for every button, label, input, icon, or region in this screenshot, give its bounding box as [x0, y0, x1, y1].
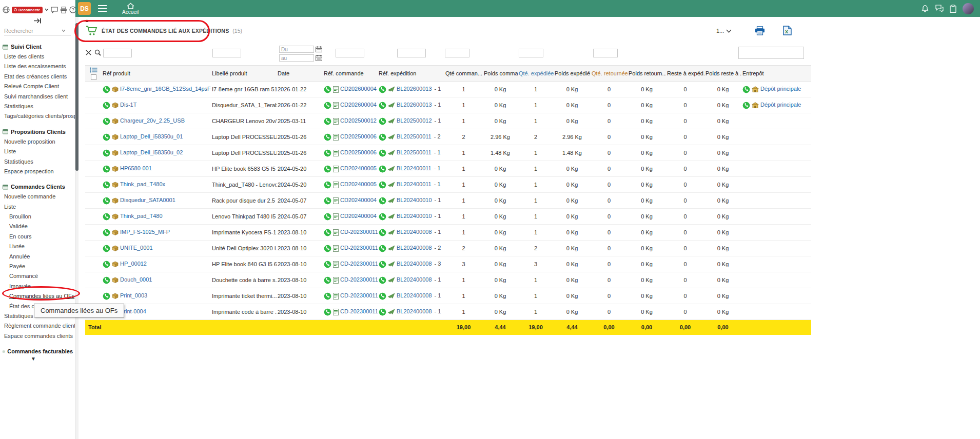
excel-export-button[interactable]: X	[783, 26, 792, 35]
bell-icon[interactable]	[921, 5, 929, 13]
whatsapp-icon[interactable]	[379, 292, 386, 300]
column-header[interactable]: Poids retourn...	[628, 66, 666, 82]
whatsapp-icon[interactable]	[324, 197, 331, 205]
shipment-ref-link[interactable]: BL202400011	[397, 181, 432, 187]
product-ref-link[interactable]: HP_00012	[120, 261, 147, 267]
sidebar-item[interactable]: Nouvelle commande	[0, 192, 75, 202]
sidebar-item[interactable]: Statistiques	[0, 157, 75, 167]
whatsapp-icon[interactable]	[324, 133, 331, 141]
order-ref-link[interactable]: CD-202300011	[340, 292, 378, 298]
whatsapp-icon[interactable]	[379, 117, 386, 125]
shipment-ref-link[interactable]: BL202400008	[397, 276, 432, 283]
whatsapp-icon[interactable]	[103, 276, 110, 284]
whatsapp-icon[interactable]	[324, 86, 331, 93]
column-header[interactable]: Qté comman...	[444, 66, 483, 82]
filter-qte-commandee[interactable]	[445, 49, 469, 57]
order-ref-link[interactable]: CD-202300011	[340, 261, 378, 267]
warehouse-link[interactable]: Dépôt principale	[760, 102, 801, 108]
sidebar-item[interactable]: Validée	[0, 222, 75, 231]
select-all-checkbox[interactable]	[91, 74, 96, 80]
whatsapp-icon[interactable]	[103, 149, 110, 157]
sidebar-item[interactable]: Espace commandes clients	[0, 331, 75, 341]
product-ref-link[interactable]: Print_0003	[120, 292, 147, 298]
clipboard-icon[interactable]	[950, 5, 956, 13]
sidebar-section-header[interactable]: Commandes Clients	[0, 182, 75, 192]
whatsapp-icon[interactable]	[379, 308, 386, 316]
apply-filters-icon[interactable]	[94, 49, 101, 56]
order-ref-link[interactable]: CD-202300011	[340, 308, 378, 314]
whatsapp-icon[interactable]	[379, 213, 386, 221]
whatsapp-icon[interactable]	[103, 117, 110, 125]
sidebar-item[interactable]: Statistiques	[0, 102, 75, 111]
page-selector[interactable]: 1...	[716, 28, 732, 34]
order-ref-link[interactable]: CD202600004	[340, 86, 377, 92]
whatsapp-icon[interactable]	[324, 229, 331, 236]
column-header[interactable]: Réf. expédition	[378, 66, 444, 82]
whatsapp-icon[interactable]	[103, 292, 110, 300]
shipment-ref-link[interactable]: BL202400008	[397, 229, 432, 235]
whatsapp-icon[interactable]	[324, 261, 331, 268]
filter-entrepot[interactable]	[738, 47, 804, 59]
sidebar-item[interactable]: Liste des encaissements	[0, 62, 75, 71]
whatsapp-icon[interactable]	[324, 165, 331, 173]
chat-icon[interactable]	[51, 7, 58, 13]
order-ref-link[interactable]: CD202400005	[340, 181, 377, 187]
column-header[interactable]: Poids comma...	[483, 66, 518, 82]
column-header[interactable]: Poids reste à ...	[704, 66, 741, 82]
whatsapp-icon[interactable]	[324, 149, 331, 157]
product-ref-link[interactable]: UNITE_0001	[120, 245, 153, 251]
whatsapp-icon[interactable]	[103, 133, 110, 141]
sidebar-item[interactable]: Liste des clients	[0, 52, 75, 62]
sidebar-item[interactable]: En cours	[0, 232, 75, 242]
order-ref-link[interactable]: CD202600004	[340, 102, 377, 108]
user-avatar[interactable]	[963, 3, 974, 14]
sidebar-item[interactable]: Espace prospection	[0, 167, 75, 176]
whatsapp-icon[interactable]	[324, 117, 331, 125]
messages-icon[interactable]	[935, 5, 944, 12]
product-ref-link[interactable]: Think_pad_T480	[120, 213, 163, 219]
filter-qte-retournee[interactable]	[593, 49, 618, 57]
whatsapp-icon[interactable]	[103, 165, 110, 173]
whatsapp-icon[interactable]	[379, 261, 386, 268]
order-ref-link[interactable]: CD-202300011	[340, 245, 378, 251]
logout-icon[interactable]	[34, 18, 42, 24]
whatsapp-icon[interactable]	[103, 245, 110, 252]
product-ref-link[interactable]: Laptop_Dell_i58350u_01	[120, 133, 183, 139]
whatsapp-icon[interactable]	[742, 102, 750, 109]
calendar-icon[interactable]	[316, 55, 322, 61]
shipment-ref-link[interactable]: BL202600013	[397, 102, 432, 108]
scrollbar-thumb[interactable]	[75, 23, 79, 171]
product-ref-link[interactable]: Disquedur_SATA0001	[120, 197, 175, 203]
sidebar-item[interactable]: Liste	[0, 147, 75, 156]
sidebar-section-header[interactable]: Commandes facturables	[0, 346, 75, 356]
order-ref-link[interactable]: CD202400005	[340, 165, 377, 171]
shipment-ref-link[interactable]: BL202400008	[397, 308, 432, 314]
whatsapp-icon[interactable]	[379, 181, 386, 189]
shipment-ref-link[interactable]: BL202400008	[397, 292, 432, 298]
shipment-ref-link[interactable]: BL202600013	[397, 86, 432, 92]
filter-ref-commande[interactable]	[336, 49, 364, 57]
whatsapp-icon[interactable]	[103, 197, 110, 205]
column-header[interactable]: Qté. retournée	[591, 66, 628, 82]
whatsapp-icon[interactable]	[379, 133, 386, 141]
order-ref-link[interactable]: CD202500012	[340, 117, 377, 124]
product-ref-link[interactable]: IMP_FS-1025_MFP	[120, 229, 170, 235]
column-header[interactable]: Réf. commande	[323, 66, 378, 82]
column-header[interactable]: Libellé produit	[211, 66, 277, 82]
whatsapp-icon[interactable]	[379, 102, 386, 109]
filter-date-au[interactable]	[279, 54, 314, 62]
sidebar-item[interactable]: Impayée	[0, 282, 75, 291]
product-ref-link[interactable]: Chargeur_20v_2.25_USB	[120, 117, 185, 124]
whatsapp-icon[interactable]	[379, 229, 386, 236]
whatsapp-icon[interactable]	[103, 181, 110, 189]
column-header[interactable]: Qté. expédiée	[518, 66, 554, 82]
whatsapp-icon[interactable]	[324, 245, 331, 252]
sidebar-item[interactable]: Tags/catégories clients/prosp.	[0, 111, 75, 121]
order-ref-link[interactable]: CD-202300011	[340, 276, 378, 283]
app-logo[interactable]: DS	[78, 2, 91, 15]
order-ref-link[interactable]: CD202400004	[340, 213, 377, 219]
filter-qte-expediee[interactable]	[519, 49, 543, 57]
menu-scroll-down-icon[interactable]: ▼	[31, 356, 36, 362]
shipment-ref-link[interactable]: BL202400010	[397, 213, 432, 219]
column-header[interactable]: Poids expédié	[554, 66, 591, 82]
